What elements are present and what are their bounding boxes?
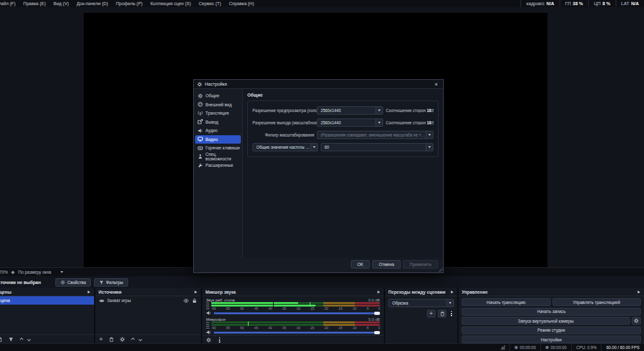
remove-transition-button[interactable] xyxy=(438,310,446,318)
menu-scene-collection[interactable]: Коллекция сцен (S) xyxy=(146,0,194,7)
advanced-audio-gear-icon[interactable] xyxy=(206,337,211,343)
video-general-groupbox: Разрешение предпросмотра (холст) 2560x14… xyxy=(247,100,439,157)
move-up-icon[interactable] xyxy=(131,337,135,341)
add-transition-button[interactable]: + xyxy=(427,310,435,318)
properties-button[interactable]: Свойства xyxy=(55,278,91,287)
chevron-down-icon[interactable] xyxy=(426,144,433,151)
gear-icon xyxy=(61,280,65,285)
performance-stats: кадров/сN/A ГП38 % ЦП8 % LATN/A xyxy=(520,0,644,7)
drag-handle-icon[interactable] xyxy=(206,303,209,310)
trash-icon[interactable] xyxy=(109,337,114,342)
start-recording-button[interactable]: Начать запись xyxy=(462,308,641,316)
move-up-icon[interactable] xyxy=(20,337,24,341)
monitor-icon xyxy=(198,137,203,142)
settings-button[interactable]: Настройки xyxy=(462,336,641,343)
section-title: Общие xyxy=(247,93,439,97)
chevron-down-icon[interactable] xyxy=(375,107,383,114)
settings-tab-audio[interactable]: Аудио xyxy=(194,126,242,135)
zoom-lock-icon[interactable] xyxy=(11,270,15,274)
settings-dialog-titlebar[interactable]: Настройки × xyxy=(194,80,443,89)
resize-grip[interactable] xyxy=(438,267,442,272)
menu-profile[interactable]: Профиль (P) xyxy=(112,0,147,7)
mixer-dock-header: Микшер звука xyxy=(202,288,384,296)
output-resolution-label: Разрешение выхода (масштабное) xyxy=(252,120,314,125)
eye-icon[interactable] xyxy=(184,298,189,303)
volume-slider[interactable] xyxy=(214,310,380,316)
menu-docks[interactable]: Док-панели (D) xyxy=(73,0,112,7)
settings-tab-appearance[interactable]: Внешний вид xyxy=(194,100,242,109)
sources-toolbar: + xyxy=(95,334,201,343)
chevron-down-icon[interactable] xyxy=(375,119,383,126)
ok-button[interactable]: OK xyxy=(351,260,370,269)
menu-file[interactable]: Файл (F) xyxy=(0,0,19,7)
volume-slider[interactable] xyxy=(214,330,380,335)
chevron-down-icon[interactable] xyxy=(446,299,453,307)
fps-mode-combobox[interactable]: Общие значения частоты кадров xyxy=(252,143,318,151)
filters-button[interactable]: Фильтры xyxy=(94,278,128,287)
settings-tab-stream[interactable]: Трансляция xyxy=(194,109,242,118)
accessibility-icon xyxy=(198,154,203,159)
studio-mode-button[interactable]: Режим студии xyxy=(462,327,641,334)
scene-item[interactable]: Сцена xyxy=(0,296,94,305)
pin-icon[interactable] xyxy=(86,290,91,294)
pin-icon[interactable] xyxy=(450,290,454,294)
gear-icon[interactable] xyxy=(120,337,125,342)
close-icon[interactable]: × xyxy=(433,81,440,88)
settings-content: Общие Разрешение предпросмотра (холст) 2… xyxy=(243,89,443,258)
settings-tab-output[interactable]: Вывод xyxy=(194,118,242,127)
start-streaming-button[interactable]: Начать трансляцию xyxy=(462,298,551,306)
fit-mode-dropdown[interactable]: По размеру окна xyxy=(18,270,62,274)
fps-value-combobox[interactable]: 60 xyxy=(321,143,433,151)
settings-tab-hotkeys[interactable]: Горячие клавиши xyxy=(194,144,242,153)
apply-button[interactable]: Применить xyxy=(403,260,438,269)
settings-tab-accessibility[interactable]: Спец. возможности xyxy=(194,153,242,162)
slider-handle[interactable] xyxy=(374,312,380,315)
trash-icon xyxy=(440,311,445,316)
menu-edit[interactable]: Правка (E) xyxy=(19,0,50,7)
scale-filter-combobox[interactable]: (Разрешения совпадают, уменьшение масшта… xyxy=(317,131,433,139)
output-resolution-combobox[interactable]: 2560x1440 xyxy=(317,119,383,127)
add-source-icon[interactable]: + xyxy=(99,336,103,343)
chevron-down-icon[interactable] xyxy=(310,144,317,151)
wrench-icon xyxy=(198,163,203,168)
gamepad-icon xyxy=(99,298,104,303)
canvas-aspect-ratio: Соотношение сторон 16:9 xyxy=(386,108,433,113)
lock-icon[interactable] xyxy=(192,298,197,303)
menu-tools[interactable]: Сервис (T) xyxy=(195,0,225,7)
source-item-game-capture[interactable]: Захват игры xyxy=(95,296,201,305)
docks-row: Сцены Сцена Источники Захват игры xyxy=(0,288,644,343)
kebab-menu-icon[interactable] xyxy=(451,311,452,316)
canvas-resolution-combobox[interactable]: 2560x1440 xyxy=(317,106,383,115)
trash-icon[interactable] xyxy=(0,337,3,342)
settings-dialog: Настройки × Общие Внешний вид Трансляция… xyxy=(193,79,444,273)
chevron-down-icon[interactable] xyxy=(426,131,433,138)
settings-tab-video[interactable]: Видео xyxy=(195,135,241,144)
move-down-icon[interactable] xyxy=(138,337,142,341)
settings-tab-advanced[interactable]: Расширенные xyxy=(194,161,242,170)
start-virtual-camera-button[interactable]: Запуск виртуальной камеры xyxy=(462,317,630,325)
mixer-channel-microphone: Микрофон 5.0 dB -60-55-50-45-40-35-30-25… xyxy=(202,316,384,335)
menu-view[interactable]: Вид (V) xyxy=(50,0,73,7)
menu-help[interactable]: Справка (H) xyxy=(225,0,258,7)
mixer-channel-desktop-audio: Звук раб. стола 0.0 dB -60-55-50-45-40-3… xyxy=(202,296,384,316)
manage-broadcast-button[interactable]: Управлять трансляцией xyxy=(553,298,641,306)
pin-icon[interactable] xyxy=(193,290,198,294)
virtual-camera-settings-button[interactable] xyxy=(632,317,641,325)
zoom-percent[interactable]: 70% xyxy=(0,270,8,274)
pin-icon[interactable] xyxy=(636,290,641,294)
settings-sidebar: Общие Внешний вид Трансляция Вывод Аудио… xyxy=(194,89,243,258)
mute-speaker-icon[interactable] xyxy=(206,330,211,335)
slider-handle[interactable] xyxy=(374,331,380,334)
cancel-button[interactable]: Отмена xyxy=(372,260,401,269)
pin-icon[interactable] xyxy=(376,290,381,294)
move-down-icon[interactable] xyxy=(27,337,31,341)
drag-handle-icon[interactable] xyxy=(206,322,209,329)
scenes-dock: Сцены Сцена xyxy=(0,288,94,343)
transition-combobox[interactable]: Обрезка xyxy=(388,299,454,307)
output-aspect-ratio: Соотношение сторон 16:9 xyxy=(386,120,433,125)
filter-icon[interactable] xyxy=(8,337,14,342)
transitions-dock-header: Переходы между сценами xyxy=(385,288,457,296)
settings-tab-general[interactable]: Общие xyxy=(194,91,242,100)
kebab-menu-icon[interactable] xyxy=(219,337,220,343)
mute-speaker-icon[interactable] xyxy=(206,310,211,316)
